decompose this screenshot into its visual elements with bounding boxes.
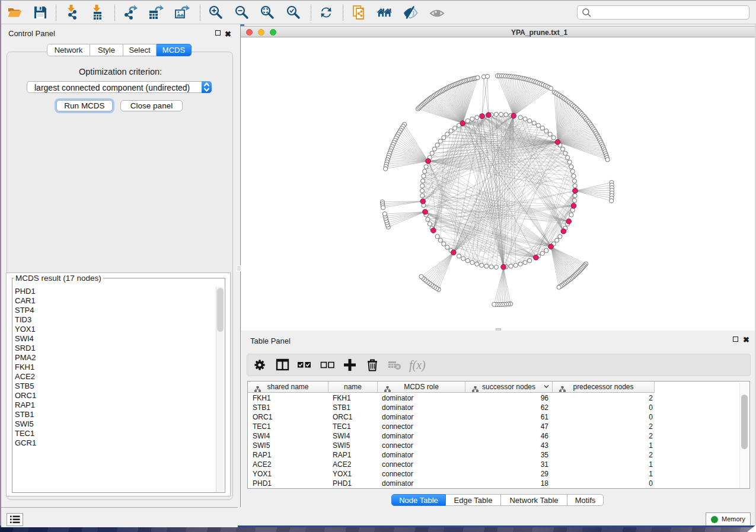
svg-text:f(x): f(x) — [409, 358, 426, 372]
